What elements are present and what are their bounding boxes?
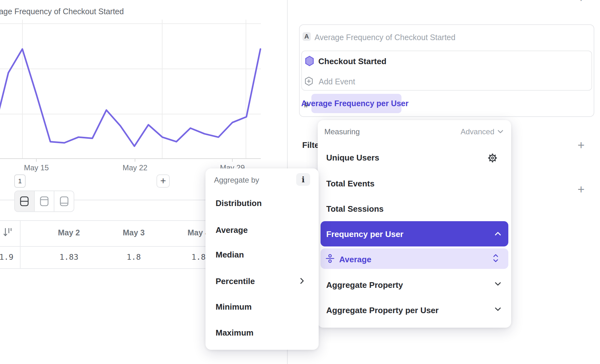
add-breakdown-icon[interactable]: +: [578, 183, 585, 195]
line-chart: [0, 0, 287, 177]
measurement-dropdown-label: Average Frequency per User: [301, 99, 409, 108]
chevron-down-icon: [494, 307, 502, 312]
layout-header-top-button[interactable]: [35, 191, 55, 211]
selected-item-label: Frequency per User: [326, 229, 403, 239]
series-count-badge[interactable]: 1: [14, 174, 26, 188]
menu-item-average[interactable]: Average: [216, 225, 248, 235]
table-column-header[interactable]: May 3: [102, 228, 165, 237]
add-metric-icon[interactable]: +: [578, 0, 585, 4]
advanced-label: Advanced: [461, 127, 494, 136]
menu-item-total-events[interactable]: Total Events: [326, 179, 375, 189]
menu-item-unique-users[interactable]: Unique Users: [326, 153, 379, 163]
table-cell-value: 1.83: [37, 252, 101, 262]
chevron-down-icon: [494, 282, 502, 287]
sub-selected-label: Average: [339, 255, 371, 264]
footer-bottom-icon: [60, 196, 69, 206]
measurement-dropdown-trigger[interactable]: Average Frequency per User: [311, 94, 401, 113]
menu-item-total-sessions[interactable]: Total Sessions: [326, 204, 384, 214]
add-event-hexagon-plus-icon: [304, 76, 313, 86]
event-hexagon-icon: [305, 56, 314, 66]
menu-item-percentile[interactable]: Percentile: [216, 276, 255, 286]
menu-item-median[interactable]: Median: [216, 250, 244, 260]
info-icon[interactable]: i: [296, 173, 310, 186]
metric-letter-badge: A: [303, 32, 311, 41]
aggregate-by-menu-label: Aggregate by: [214, 176, 259, 185]
table-column-header[interactable]: May 2: [37, 228, 101, 237]
chart-title: Average Frequency of Checkout Started: [0, 7, 124, 16]
menu-item-aggregate-property[interactable]: Aggregate Property: [326, 280, 403, 290]
average-aggregation-icon: [326, 254, 334, 263]
layout-footer-bottom-button[interactable]: [54, 191, 74, 211]
sort-descending-icon[interactable]: [3, 227, 13, 238]
x-tick-label: May 15: [24, 163, 49, 172]
metric-section-title: Metric: [302, 0, 328, 2]
split-rows-icon: [20, 196, 29, 206]
table-cell-value: 1.9: [0, 252, 38, 262]
chart-line-series: [0, 49, 260, 146]
table-column-border: [20, 220, 21, 269]
x-tick-label: May 22: [123, 163, 148, 172]
table-layout-toggle: [14, 191, 74, 212]
chevron-up-icon: [494, 231, 502, 236]
add-event-button[interactable]: Add Event: [319, 77, 355, 86]
menu-item-minimum[interactable]: Minimum: [216, 302, 252, 312]
menu-item-aggregate-property-per-user[interactable]: Aggregate Property per User: [326, 306, 438, 315]
add-chart-button[interactable]: +: [156, 174, 170, 188]
event-name[interactable]: Checkout Started: [318, 57, 386, 66]
gear-icon[interactable]: [488, 153, 497, 163]
chevron-right-icon: [300, 277, 305, 285]
header-top-icon: [40, 196, 49, 206]
chevron-up-down-icon: [493, 253, 499, 263]
menu-item-distribution[interactable]: Distribution: [216, 198, 262, 208]
menu-item-maximum[interactable]: Maximum: [216, 328, 254, 338]
table-cell-value: 1.8: [102, 252, 165, 262]
add-filter-icon[interactable]: +: [578, 139, 585, 151]
chevron-down-icon: [497, 130, 504, 134]
layout-split-rows-button[interactable]: [15, 191, 35, 211]
advanced-mode-toggle[interactable]: Advanced: [461, 127, 504, 136]
metric-name-input[interactable]: Average Frequency of Checkout Started: [315, 33, 456, 42]
measuring-menu-label: Measuring: [324, 127, 360, 136]
